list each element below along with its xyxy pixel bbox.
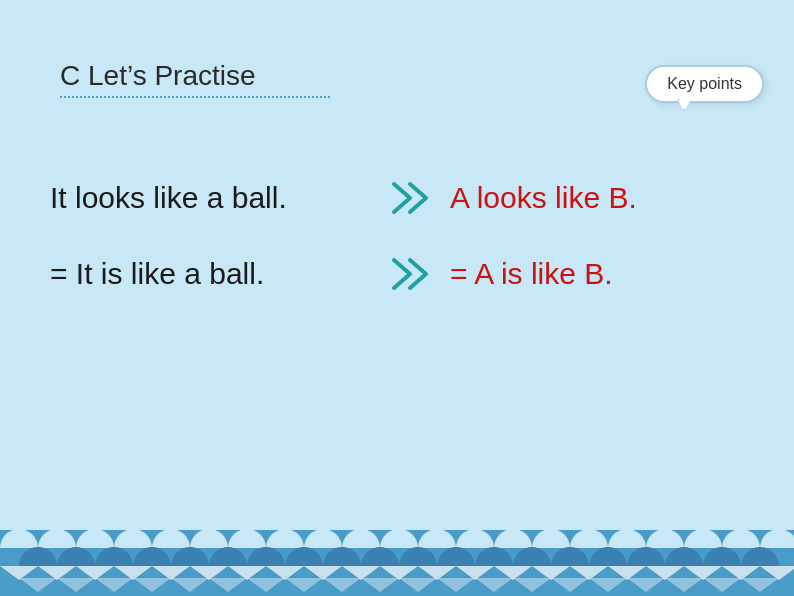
content-row-1: It looks like a ball. A looks like B. [50,180,750,216]
key-points-bubble: Key points [645,65,764,103]
row1-arrow-icon [390,180,430,216]
title-underline [60,96,330,98]
content-area: It looks like a ball. A looks like B. = … [50,180,750,332]
wave-decoration: /* placeholder */ [0,530,794,596]
title-section: C Let’s Practise [60,60,330,98]
key-points-label: Key points [667,75,742,92]
row1-left-text: It looks like a ball. [50,181,370,215]
content-row-2: = It is like a ball. = A is like B. [50,256,750,292]
row1-right-text: A looks like B. [450,181,637,215]
page-title: C Let’s Practise [60,60,330,92]
row2-right-text: = A is like B. [450,257,613,291]
row2-left-text: = It is like a ball. [50,257,370,291]
row2-arrow-icon [390,256,430,292]
main-content-area: C Let’s Practise Key points It looks lik… [0,0,794,530]
